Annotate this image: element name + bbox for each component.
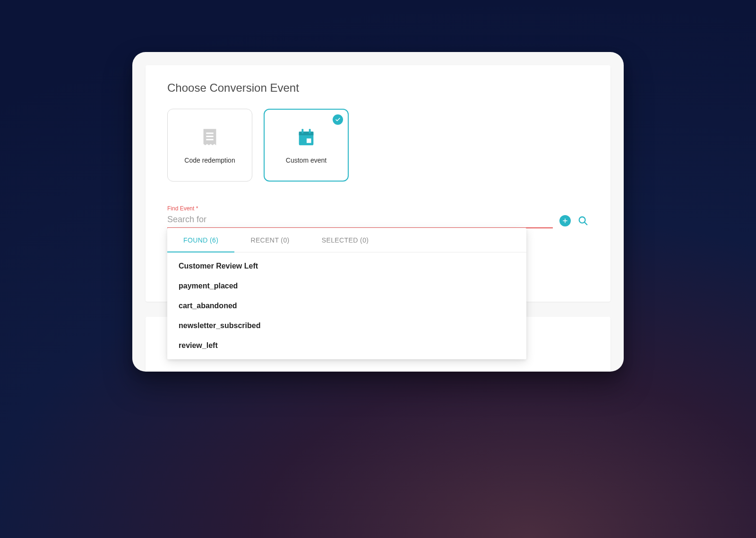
panel-inner: Choose Conversion Event Code redemption [146,65,610,302]
event-type-cards: Code redemption Custom event [167,109,589,182]
dropdown-tabs: FOUND (6) RECENT (0) SELECTED (0) [167,228,526,252]
card-label: Code redemption [184,156,235,164]
calendar-icon [295,126,317,148]
card-code-redemption[interactable]: Code redemption [167,109,252,182]
card-custom-event[interactable]: Custom event [264,109,349,182]
svg-rect-2 [206,139,213,140]
list-item[interactable]: newsletter_subscribed [167,316,526,336]
check-icon [333,114,343,125]
add-button[interactable] [559,215,571,226]
receipt-icon [199,126,221,148]
search-icon[interactable] [577,215,589,226]
modal-panel: Choose Conversion Event Code redemption [132,52,624,372]
tab-recent[interactable]: RECENT (0) [234,228,305,252]
list-item[interactable]: Customer Review Left [167,256,526,276]
svg-rect-5 [301,129,303,134]
svg-rect-4 [299,132,314,136]
results-dropdown: FOUND (6) RECENT (0) SELECTED (0) Custom… [167,228,526,359]
list-item[interactable]: review_left [167,336,526,356]
search-input[interactable] [167,213,553,228]
search-field: Find Event * FOUND (6) RECENT (0) SELECT… [167,205,589,228]
svg-rect-7 [307,139,311,143]
results-list: Customer Review Left payment_placed cart… [167,252,526,359]
list-item[interactable]: cart_abandoned [167,296,526,316]
card-label: Custom event [286,156,326,164]
svg-rect-1 [206,136,213,137]
svg-rect-0 [206,132,213,134]
field-label: Find Event * [167,205,589,212]
tab-selected[interactable]: SELECTED (0) [306,228,385,252]
tab-found[interactable]: FOUND (6) [167,228,234,252]
list-item[interactable]: payment_placed [167,276,526,296]
page-title: Choose Conversion Event [167,81,589,95]
input-row [167,213,589,228]
svg-rect-6 [309,129,311,134]
